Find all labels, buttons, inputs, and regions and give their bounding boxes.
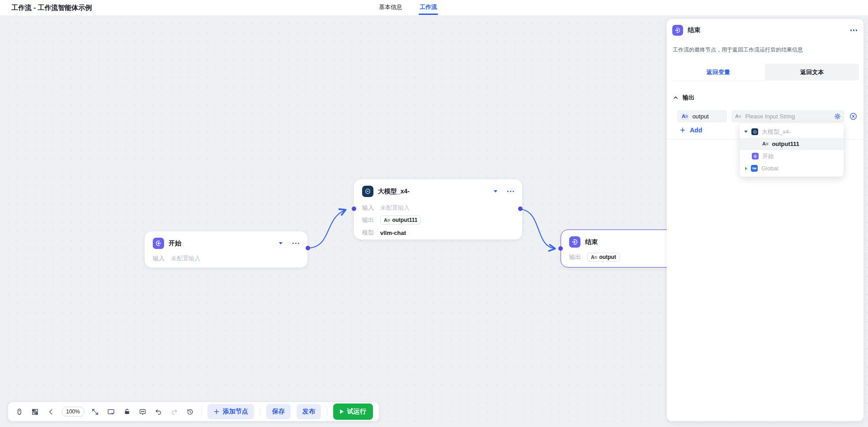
plus-icon — [679, 127, 686, 133]
string-type-icon: A≡ — [762, 141, 768, 146]
node-title: 大模型_x4- — [378, 188, 489, 196]
output-variable-name: output — [599, 254, 616, 260]
save-button[interactable]: 保存 — [266, 404, 291, 419]
test-run-label: 试运行 — [347, 408, 366, 416]
dropdown-item-label: 开始 — [762, 152, 774, 160]
start-node-icon — [153, 238, 164, 249]
comment-icon[interactable] — [138, 407, 148, 417]
play-icon — [340, 409, 344, 414]
add-node-button[interactable]: 添加节点 — [208, 404, 254, 419]
llm-node-icon — [751, 128, 758, 135]
model-value: vllm-chat — [380, 230, 406, 236]
toolbar-divider — [260, 407, 260, 416]
auto-layout-icon[interactable] — [30, 407, 40, 417]
tab-workflow[interactable]: 工作流 — [420, 0, 437, 15]
remove-variable-icon[interactable] — [849, 112, 858, 122]
edge-llm-to-end — [521, 209, 554, 249]
node-config-panel: 结束 工作流的最终节点，用于返回工作流运行后的结果信息 返回变量 返回文本 输出… — [667, 19, 863, 421]
redo-icon[interactable] — [170, 407, 179, 417]
output-variable-name: output111 — [392, 217, 417, 223]
variable-name-input[interactable] — [692, 113, 724, 120]
select-area-icon[interactable] — [106, 407, 116, 417]
node-start[interactable]: 开始 输入 未配置输入 — [145, 231, 307, 267]
edge-start-to-llm — [309, 210, 345, 248]
dropdown-item-output111[interactable]: A≡ output111 — [740, 138, 844, 150]
toolbar-divider — [201, 407, 202, 416]
value-placeholder: Please Input String — [745, 113, 830, 120]
string-type-icon: A≡ — [681, 113, 689, 120]
minimap-collapse-icon[interactable] — [46, 407, 56, 417]
output-section-header[interactable]: 输出 — [673, 94, 694, 102]
dropdown-item-label: Global — [761, 165, 778, 172]
expand-caret-icon[interactable] — [744, 131, 748, 133]
output-label: 输出 — [569, 253, 581, 261]
undo-icon[interactable] — [154, 407, 164, 417]
add-output-label: Add — [690, 127, 702, 134]
start-node-icon — [752, 153, 759, 160]
input-label: 输入 — [362, 204, 374, 212]
node-title: 开始 — [169, 239, 274, 248]
end-input-port[interactable] — [558, 246, 563, 251]
input-empty-value: 未配置输入 — [171, 254, 200, 263]
toolbar-divider — [327, 407, 327, 416]
chevron-up-icon — [673, 95, 679, 101]
plus-icon — [213, 408, 220, 415]
workflow-canvas[interactable]: 开始 输入 未配置输入 大模型_x4- — [0, 15, 868, 427]
lock-icon[interactable] — [122, 407, 132, 417]
string-type-icon: A≡ — [591, 255, 597, 260]
string-type-icon: A≡ — [384, 218, 390, 223]
dropdown-item-start-node[interactable]: 开始 — [740, 150, 844, 162]
zoom-level[interactable]: 100% — [61, 407, 85, 417]
variable-picker-dropdown: 大模型_x4- A≡ output111 开始 Var Global — [740, 123, 844, 177]
pointer-mode-icon[interactable] — [14, 407, 24, 417]
dropdown-item-label: output111 — [772, 141, 799, 147]
input-empty-value: 未配置输入 — [380, 204, 410, 212]
dropdown-item-llm-node[interactable]: 大模型_x4- — [740, 126, 844, 138]
return-mode-tabs: 返回变量 返回文本 — [671, 64, 859, 80]
global-variables-icon: Var — [751, 165, 758, 172]
history-icon[interactable] — [185, 407, 195, 417]
dropdown-item-label: 大模型_x4- — [762, 128, 791, 136]
top-bar: 工作流 - 工作流智能体示例 基本信息 工作流 — [0, 0, 868, 15]
output-variable-chip: A≡ output111 — [380, 216, 421, 225]
node-more-icon[interactable] — [507, 191, 514, 192]
add-node-label: 添加节点 — [223, 408, 248, 416]
variable-name-field[interactable]: A≡ — [677, 110, 727, 122]
fit-view-icon[interactable] — [90, 407, 100, 417]
output-variable-chip: A≡ output — [587, 253, 620, 262]
panel-title: 结束 — [688, 26, 840, 34]
model-label: 模型 — [362, 229, 374, 237]
start-output-port[interactable] — [306, 246, 310, 250]
input-label: 输入 — [153, 254, 165, 263]
collapse-caret-icon[interactable] — [279, 242, 283, 244]
panel-description: 工作流的最终节点，用于返回工作流运行后的结果信息 — [673, 46, 856, 54]
llm-node-icon — [362, 186, 373, 197]
top-tabs: 基本信息 工作流 — [379, 0, 437, 15]
tab-basic-info[interactable]: 基本信息 — [379, 0, 402, 15]
string-type-icon: A≡ — [735, 114, 741, 119]
panel-more-icon[interactable] — [850, 29, 858, 31]
tab-return-text[interactable]: 返回文本 — [765, 64, 859, 80]
variable-value-field[interactable]: A≡ Please Input String — [731, 110, 844, 122]
end-node-icon — [672, 25, 683, 36]
page-title: 工作流 - 工作流智能体示例 — [11, 0, 92, 15]
dropdown-item-global[interactable]: Var Global — [740, 162, 844, 174]
test-run-button[interactable]: 试运行 — [333, 404, 373, 420]
llm-output-port[interactable] — [518, 206, 523, 211]
publish-button[interactable]: 发布 — [297, 404, 321, 419]
gear-icon[interactable] — [834, 113, 841, 120]
canvas-toolbar: 100% 添加节 — [8, 402, 379, 421]
collapse-caret-icon[interactable] — [494, 190, 497, 192]
node-llm[interactable]: 大模型_x4- 输入 未配置输入 输出 A≡ output111 模型 vllm… — [354, 179, 522, 239]
output-variable-row: A≡ A≡ Please Input String — [677, 110, 727, 122]
node-more-icon[interactable] — [292, 243, 300, 244]
output-label: 输出 — [362, 216, 374, 224]
add-output-button[interactable]: Add — [679, 127, 702, 134]
output-section-title: 输出 — [683, 94, 694, 102]
collapsed-caret-icon[interactable] — [745, 167, 747, 170]
end-node-icon — [569, 236, 580, 248]
tab-return-variables[interactable]: 返回变量 — [671, 64, 765, 80]
llm-input-port[interactable] — [352, 206, 356, 211]
workflow-editor: 工作流 - 工作流智能体示例 基本信息 工作流 — [0, 0, 868, 427]
